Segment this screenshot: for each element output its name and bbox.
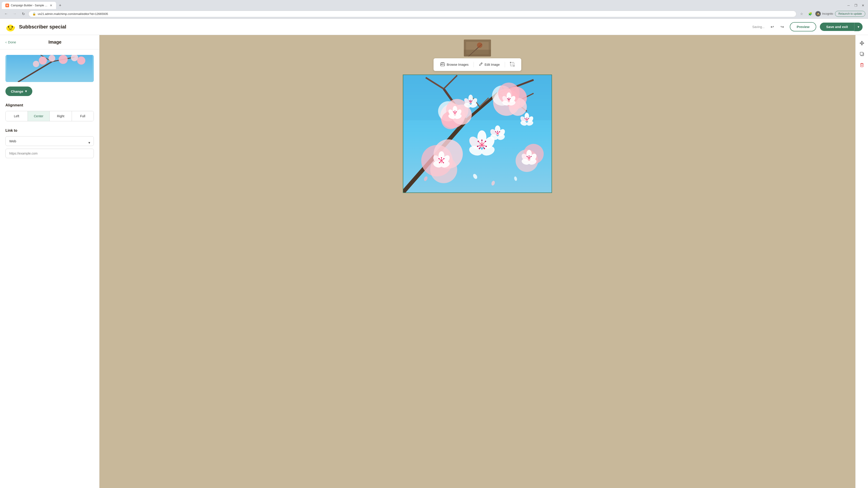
- link-type-select[interactable]: Web: [5, 136, 94, 146]
- svg-point-16: [33, 61, 39, 67]
- save-exit-group: Save and exit ▾: [820, 23, 863, 31]
- preview-image: [5, 55, 94, 82]
- svg-point-167: [528, 156, 529, 156]
- svg-point-21: [477, 42, 483, 48]
- undo-button[interactable]: ↩: [768, 23, 776, 31]
- forward-button[interactable]: →: [11, 10, 18, 17]
- svg-point-4: [11, 26, 13, 28]
- extensions-button[interactable]: 🧩: [807, 10, 813, 17]
- svg-point-107: [441, 157, 442, 158]
- close-window-button[interactable]: ✕: [860, 2, 866, 8]
- svg-point-74: [471, 100, 472, 101]
- incognito-label: Incognito: [822, 12, 833, 15]
- crop-button[interactable]: [507, 60, 518, 69]
- svg-point-24: [441, 64, 442, 64]
- tab-bar: M Campaign Builder - Sample Tem... ✕ + ─…: [0, 0, 868, 9]
- browse-images-label: Browse Images: [447, 63, 468, 66]
- svg-point-63: [453, 111, 454, 112]
- toolbar-separator-2: [505, 62, 505, 67]
- active-tab[interactable]: M Campaign Builder - Sample Tem... ✕: [2, 2, 56, 9]
- svg-point-31: [514, 66, 515, 66]
- save-exit-button[interactable]: Save and exit: [820, 23, 854, 31]
- new-tab-button[interactable]: +: [57, 2, 63, 8]
- svg-point-14: [59, 55, 68, 64]
- edit-image-label: Edit Image: [485, 63, 500, 66]
- svg-point-111: [439, 162, 440, 163]
- svg-point-92: [507, 98, 508, 99]
- top-bar: Subbscriber special Saving... ↩ ↪ Previe…: [0, 19, 868, 35]
- svg-point-130: [484, 148, 485, 149]
- preview-button[interactable]: Preview: [790, 22, 816, 31]
- svg-point-142: [499, 131, 500, 132]
- main-image: [403, 75, 552, 193]
- cherry-blossom-image: [403, 75, 552, 193]
- relaunch-button[interactable]: Relaunch to update: [835, 11, 865, 17]
- back-button[interactable]: ←: [3, 10, 9, 17]
- app-container: Subbscriber special Saving... ↩ ↪ Previe…: [0, 19, 868, 488]
- save-exit-dropdown-button[interactable]: ▾: [854, 23, 863, 31]
- thumbnail-image: [464, 39, 491, 57]
- sidebar-body: Change ▾ Alignment Left Center Right Ful…: [0, 50, 99, 169]
- link-section-title: Link to: [5, 129, 94, 133]
- redo-button[interactable]: ↪: [778, 23, 786, 31]
- svg-point-129: [477, 146, 478, 147]
- svg-point-141: [497, 131, 498, 132]
- restore-button[interactable]: ❐: [852, 2, 859, 8]
- undo-redo-group: ↩ ↪: [768, 23, 786, 31]
- sidebar-panel-title: Image: [16, 39, 94, 45]
- canvas-content: Browse Images Edit Image: [403, 39, 552, 193]
- close-tab-icon[interactable]: ✕: [50, 4, 53, 7]
- right-toolbar: [855, 35, 868, 488]
- align-left-button[interactable]: Left: [6, 111, 28, 121]
- address-text: us21.admin.mailchimp.com/email/editor?id…: [38, 12, 793, 15]
- svg-point-110: [443, 162, 444, 163]
- url-input[interactable]: [5, 149, 94, 158]
- svg-point-127: [477, 141, 479, 142]
- svg-point-91: [510, 98, 510, 99]
- svg-point-131: [479, 148, 480, 149]
- svg-point-169: [526, 156, 527, 157]
- svg-point-12: [39, 57, 47, 65]
- align-center-button[interactable]: Center: [28, 111, 50, 121]
- svg-rect-176: [861, 64, 863, 67]
- done-arrow-icon: ‹: [5, 40, 6, 44]
- svg-point-155: [525, 118, 526, 119]
- svg-point-126: [485, 141, 486, 142]
- duplicate-button[interactable]: [857, 50, 866, 59]
- delete-button[interactable]: [857, 60, 866, 69]
- move-button[interactable]: [857, 39, 866, 48]
- svg-rect-25: [442, 62, 443, 63]
- svg-point-75: [469, 100, 470, 101]
- main-content: ‹ Done Image: [0, 35, 868, 488]
- refresh-button[interactable]: ↻: [20, 10, 27, 17]
- change-button[interactable]: Change ▾: [5, 87, 32, 96]
- svg-point-125: [481, 140, 483, 141]
- bookmark-button[interactable]: ☆: [798, 10, 805, 17]
- edit-icon: [479, 62, 483, 67]
- svg-point-143: [495, 131, 496, 132]
- svg-point-168: [530, 156, 531, 157]
- edit-image-button[interactable]: Edit Image: [475, 60, 503, 69]
- address-bar[interactable]: 🔒 us21.admin.mailchimp.com/email/editor?…: [29, 11, 796, 17]
- main-image-container[interactable]: [403, 74, 552, 193]
- svg-point-5: [8, 26, 9, 28]
- browse-images-button[interactable]: Browse Images: [437, 60, 471, 69]
- svg-point-90: [508, 98, 509, 98]
- change-label: Change: [11, 90, 23, 93]
- toolbar-separator: [473, 62, 474, 67]
- thumbnail-bar: [403, 39, 552, 57]
- svg-point-61: [455, 111, 456, 111]
- tab-title: Campaign Builder - Sample Tem...: [11, 4, 48, 7]
- alignment-section-title: Alignment: [5, 103, 94, 107]
- svg-rect-175: [860, 52, 863, 55]
- svg-line-26: [481, 63, 482, 64]
- svg-point-153: [526, 118, 527, 119]
- sidebar-header: ‹ Done Image: [0, 35, 99, 50]
- align-right-button[interactable]: Right: [50, 111, 72, 121]
- svg-text:M: M: [6, 4, 8, 7]
- editor-canvas: Browse Images Edit Image: [99, 35, 855, 488]
- align-full-button[interactable]: Full: [72, 111, 94, 121]
- minimize-button[interactable]: ─: [845, 2, 852, 8]
- done-button[interactable]: ‹ Done: [5, 40, 16, 44]
- svg-point-128: [486, 146, 487, 147]
